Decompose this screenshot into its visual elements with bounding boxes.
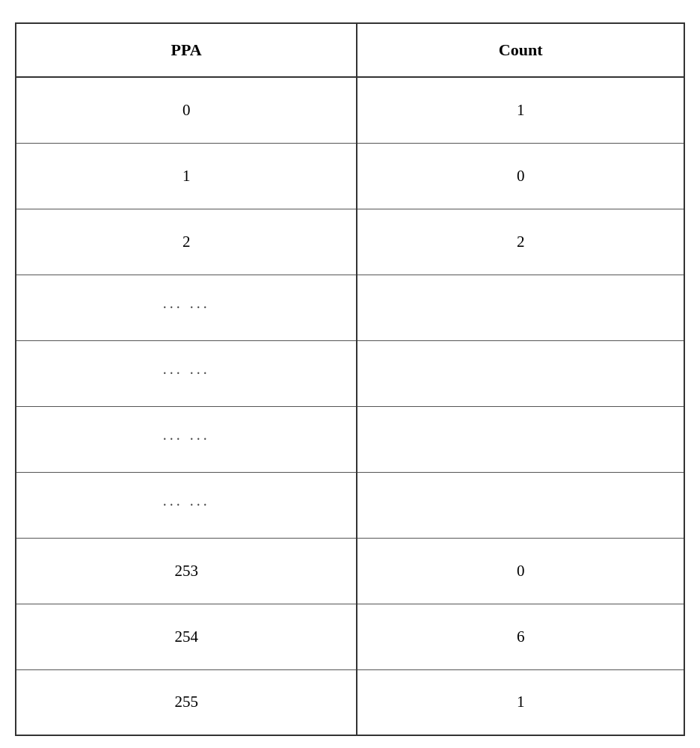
count-cell: 6: [357, 604, 684, 669]
table-row: 2546: [16, 604, 684, 669]
count-cell: 0: [357, 538, 684, 604]
ppa-cell: ··· ···: [16, 406, 357, 472]
table-row: ··· ···: [16, 472, 684, 538]
table-body: 011022··· ······ ······ ······ ···253025…: [16, 77, 684, 735]
count-cell: [357, 275, 684, 340]
ppa-cell: ··· ···: [16, 472, 357, 538]
ppa-cell: 254: [16, 604, 357, 669]
table-row: 2551: [16, 669, 684, 735]
table-row: 22: [16, 209, 684, 275]
table-row: ··· ···: [16, 406, 684, 472]
ppa-column-header: PPA: [16, 23, 357, 77]
ppa-cell: 253: [16, 538, 357, 604]
ppa-count-table: PPA Count 011022··· ······ ······ ······…: [15, 22, 685, 736]
count-cell: 0: [357, 143, 684, 209]
table-row: 01: [16, 77, 684, 143]
table-row: 10: [16, 143, 684, 209]
table-row: 2530: [16, 538, 684, 604]
count-cell: 2: [357, 209, 684, 275]
count-column-header: Count: [357, 23, 684, 77]
ppa-cell: 2: [16, 209, 357, 275]
count-cell: [357, 340, 684, 406]
ppa-cell: 0: [16, 77, 357, 143]
count-cell: 1: [357, 77, 684, 143]
table-row: ··· ···: [16, 340, 684, 406]
ppa-cell: ··· ···: [16, 275, 357, 340]
main-table-container: PPA Count 011022··· ······ ······ ······…: [15, 22, 685, 736]
table-header-row: PPA Count: [16, 23, 684, 77]
count-cell: [357, 472, 684, 538]
ppa-cell: 255: [16, 669, 357, 735]
count-cell: [357, 406, 684, 472]
table-row: ··· ···: [16, 275, 684, 340]
ppa-cell: 1: [16, 143, 357, 209]
count-cell: 1: [357, 669, 684, 735]
ppa-cell: ··· ···: [16, 340, 357, 406]
